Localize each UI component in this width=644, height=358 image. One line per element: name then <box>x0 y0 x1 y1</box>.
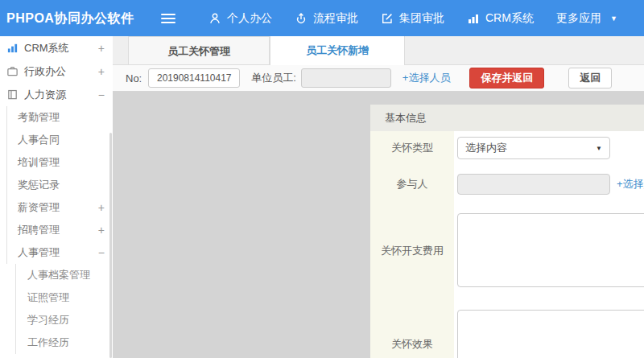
toolbar: No: 单位员工: +选择人员 保存并返回 返回 <box>113 65 644 92</box>
sidebar-item-salary[interactable]: 薪资管理 + <box>6 196 113 219</box>
no-label: No: <box>126 72 142 84</box>
expand-icon[interactable]: + <box>98 201 105 214</box>
sidebar-item-training[interactable]: 培训管理 <box>6 151 113 174</box>
sidebar-item-personnel-files[interactable]: 人事档案管理 <box>15 264 113 286</box>
nav-item-label: 集团审批 <box>399 11 444 26</box>
hamburger-menu-icon[interactable] <box>161 11 177 25</box>
sidebar-item-education-history[interactable]: 学习经历 <box>15 309 113 331</box>
panel-title: 基本信息 <box>370 105 644 131</box>
select-person-link[interactable]: +选择人员 <box>402 71 451 85</box>
care-expense-label: 关怀开支费用 <box>370 203 454 298</box>
nav-item-crm-system[interactable]: CRM系统 <box>462 0 539 36</box>
bar-chart-icon <box>467 12 480 25</box>
tab-employee-care-management[interactable]: 员工关怀管理 <box>128 36 270 64</box>
nav-item-group-approval[interactable]: 集团审批 <box>376 0 449 36</box>
form-row-care-type: 关怀类型 选择内容 ▼ <box>370 131 644 165</box>
sidebar-item-attendance[interactable]: 考勤管理 <box>6 106 113 129</box>
expand-icon[interactable]: + <box>98 42 105 55</box>
select-person-link[interactable]: +选择人员 <box>617 177 644 191</box>
save-and-return-button[interactable]: 保存并返回 <box>469 68 544 88</box>
care-effect-textarea[interactable] <box>457 310 644 358</box>
sidebar-item-label: 人力资源 <box>24 88 66 102</box>
nav-item-label: CRM系统 <box>485 11 534 26</box>
sidebar-item-label: 薪资管理 <box>18 200 60 215</box>
sidebar-item-label: 行政办公 <box>24 64 66 79</box>
sidebar-item-label: 人事档案管理 <box>27 268 90 282</box>
sidebar-scrollbar[interactable] <box>109 133 112 358</box>
sidebar-item-label: 工作经历 <box>27 335 69 350</box>
tab-employee-care-new[interactable]: 员工关怀新增 <box>270 36 405 65</box>
nav-item-label: 流程审批 <box>313 11 358 26</box>
sidebar-item-label: 招聘管理 <box>18 223 60 237</box>
app-logo: PHPOA协同办公软件 <box>6 0 134 36</box>
sidebar-item-label: 证照管理 <box>27 290 69 305</box>
sidebar-item-label: 培训管理 <box>18 155 60 170</box>
basic-info-panel: 基本信息 关怀类型 选择内容 ▼ 参与人 +选择人员 关怀开支费用 <box>370 105 644 358</box>
app-window: PHPOA协同办公软件 个人办公 流程审批 <box>0 0 644 358</box>
book-icon <box>6 88 19 101</box>
care-type-select[interactable]: 选择内容 ▼ <box>457 137 610 159</box>
sidebar-item-hr-contract[interactable]: 人事合同 <box>6 129 113 151</box>
no-input[interactable] <box>148 68 240 88</box>
nav-item-workflow-approval[interactable]: 流程审批 <box>290 0 363 36</box>
care-type-label: 关怀类型 <box>370 131 454 165</box>
sidebar-item-recruiting[interactable]: 招聘管理 + <box>6 219 113 241</box>
expand-icon[interactable]: + <box>98 224 105 237</box>
sidebar-item-personnel-mgmt[interactable]: 人事管理 − <box>6 241 113 264</box>
select-value: 选择内容 <box>465 141 507 155</box>
caret-down-icon: ▼ <box>610 14 617 23</box>
form-row-participants: 参与人 +选择人员 <box>370 165 644 203</box>
sidebar-item-label: 学习经历 <box>27 313 69 327</box>
participants-input[interactable] <box>457 174 610 195</box>
tab-bar: 员工关怀管理 员工关怀新增 <box>113 36 644 65</box>
back-button[interactable]: 返回 <box>568 68 612 88</box>
edit-icon <box>381 12 394 25</box>
sidebar: CRM系统 + 行政办公 + 人力资源 − 考勤管理 人事合同 培训管理 <box>0 36 113 358</box>
content-area: 基本信息 关怀类型 选择内容 ▼ 参与人 +选择人员 关怀开支费用 <box>113 92 644 358</box>
sidebar-item-label: 奖惩记录 <box>18 178 60 192</box>
top-navbar: PHPOA协同办公软件 个人办公 流程审批 <box>0 0 644 36</box>
collapse-icon[interactable]: − <box>98 246 105 259</box>
unit-employee-label: 单位员工: <box>251 71 296 85</box>
sidebar-item-crm[interactable]: CRM系统 + <box>0 36 113 60</box>
participants-label: 参与人 <box>370 165 454 203</box>
expand-icon[interactable]: + <box>98 65 105 78</box>
nav-item-label: 个人办公 <box>227 11 272 26</box>
form-row-care-expense: 关怀开支费用 <box>370 203 644 298</box>
sidebar-item-certificates[interactable]: 证照管理 <box>15 286 113 309</box>
user-icon <box>208 12 221 25</box>
sidebar-item-work-history[interactable]: 工作经历 <box>15 331 113 354</box>
caret-down-icon: ▼ <box>596 145 602 152</box>
top-navigation: 个人办公 流程审批 集团审批 <box>204 0 622 36</box>
sidebar-item-rewards[interactable]: 奖惩记录 <box>6 174 113 196</box>
nav-item-label: 更多应用 <box>556 11 601 26</box>
care-expense-textarea[interactable] <box>457 213 644 287</box>
upload-flow-icon <box>295 12 308 25</box>
nav-item-personal-office[interactable]: 个人办公 <box>204 0 277 36</box>
bar-chart-icon <box>6 42 19 54</box>
sidebar-item-label: 人事管理 <box>18 245 60 260</box>
briefcase-icon <box>6 65 19 77</box>
sidebar-item-label: CRM系统 <box>24 41 69 56</box>
sidebar-item-hr[interactable]: 人力资源 − <box>0 83 113 106</box>
care-effect-label: 关怀效果 <box>370 298 454 358</box>
form-row-care-effect: 关怀效果 <box>370 298 644 358</box>
sidebar-item-label: 人事合同 <box>18 133 60 147</box>
collapse-icon[interactable]: − <box>98 88 105 101</box>
unit-employee-input[interactable] <box>301 68 391 88</box>
nav-item-more-apps[interactable]: 更多应用 ▼ <box>551 0 622 36</box>
sidebar-item-admin-office[interactable]: 行政办公 + <box>0 60 113 83</box>
sidebar-item-label: 考勤管理 <box>18 110 60 125</box>
